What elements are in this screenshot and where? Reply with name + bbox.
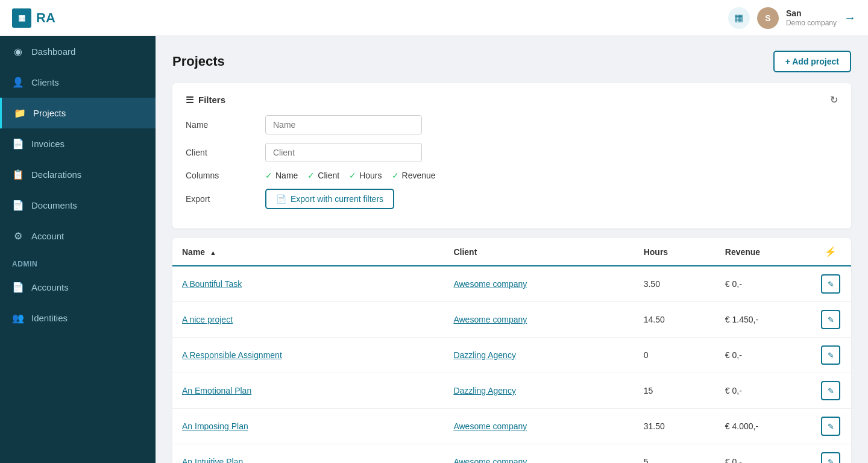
filter-row-columns: Columns ✓ Name ✓ Client ✓ Hours xyxy=(186,171,838,180)
company-icon[interactable]: ▦ xyxy=(728,7,750,29)
sidebar-label-dashboard: Dashboard xyxy=(31,46,75,57)
export-button[interactable]: 📄 Export with current filters xyxy=(265,189,394,209)
column-name-check[interactable]: ✓ Name xyxy=(265,171,298,180)
documents-icon: 📄 xyxy=(12,200,24,211)
sidebar-item-invoices[interactable]: 📄 Invoices xyxy=(0,128,156,159)
cell-client: Dazzling Agency xyxy=(444,338,634,373)
project-name-link[interactable]: A Responsible Assignment xyxy=(182,350,282,360)
project-name-link[interactable]: An Imposing Plan xyxy=(182,421,248,431)
dashboard-icon: ◉ xyxy=(12,46,24,57)
table-body: A Bountiful Task Awesome company 3.50 € … xyxy=(172,266,851,463)
column-client-label: Client xyxy=(318,171,339,180)
user-name: San xyxy=(786,8,837,19)
client-name-link[interactable]: Awesome company xyxy=(453,315,527,324)
declarations-icon: 📋 xyxy=(12,169,24,180)
projects-table-card: Name ▲ Client Hours Revenue ⚡ A Bountifu… xyxy=(172,238,851,463)
client-name-link[interactable]: Awesome company xyxy=(453,279,527,289)
edit-button[interactable]: ✎ xyxy=(821,381,840,400)
client-name-link[interactable]: Awesome company xyxy=(453,457,527,463)
table-row: An Emotional Plan Dazzling Agency 15 € 0… xyxy=(172,373,851,409)
sidebar-item-accounts[interactable]: 📄 Accounts xyxy=(0,272,156,303)
invoices-icon: 📄 xyxy=(12,138,24,150)
col-header-name[interactable]: Name ▲ xyxy=(172,238,444,266)
table-row: A nice project Awesome company 14.50 € 1… xyxy=(172,302,851,338)
col-header-action: ⚡ xyxy=(810,238,851,266)
projects-table: Name ▲ Client Hours Revenue ⚡ A Bountifu… xyxy=(172,238,851,463)
table-row: A Bountiful Task Awesome company 3.50 € … xyxy=(172,266,851,302)
check-client-icon: ✓ xyxy=(307,171,315,180)
cell-action: ✎ xyxy=(810,266,851,302)
cell-action: ✎ xyxy=(810,302,851,338)
avatar: S xyxy=(757,7,779,29)
name-input[interactable] xyxy=(265,115,422,134)
logout-icon[interactable]: → xyxy=(844,11,856,25)
filter-card: ☰ Filters ↻ Name Client Columns ✓ Name xyxy=(172,83,851,228)
cell-hours: 31.50 xyxy=(634,409,715,444)
accounts-icon: 📄 xyxy=(12,282,24,293)
client-name-link[interactable]: Dazzling Agency xyxy=(453,350,516,360)
cell-revenue: € 0,- xyxy=(715,266,811,302)
cell-revenue: € 4.000,- xyxy=(715,409,811,444)
sidebar-item-account[interactable]: ⚙ Account xyxy=(0,221,156,251)
client-name-link[interactable]: Dazzling Agency xyxy=(453,386,516,395)
check-hours-icon: ✓ xyxy=(349,171,356,180)
table-row: An Imposing Plan Awesome company 31.50 €… xyxy=(172,409,851,444)
add-project-button[interactable]: + Add project xyxy=(773,51,851,72)
filter-label-export: Export xyxy=(186,194,258,204)
edit-button[interactable]: ✎ xyxy=(821,310,840,329)
project-name-link[interactable]: An Emotional Plan xyxy=(182,386,251,395)
sidebar-label-accounts: Accounts xyxy=(31,282,69,292)
edit-button[interactable]: ✎ xyxy=(821,345,840,365)
user-company: Demo company xyxy=(786,19,837,28)
main-content: Projects + Add project ☰ Filters ↻ Name … xyxy=(156,36,868,463)
edit-button[interactable]: ✎ xyxy=(821,417,840,436)
sidebar-label-clients: Clients xyxy=(31,77,59,87)
export-icon: 📄 xyxy=(276,194,286,204)
table-row: A Responsible Assignment Dazzling Agency… xyxy=(172,338,851,373)
client-name-link[interactable]: Awesome company xyxy=(453,421,527,431)
sidebar-item-identities[interactable]: 👥 Identities xyxy=(0,303,156,333)
edit-button[interactable]: ✎ xyxy=(821,452,840,463)
bolt-icon: ⚡ xyxy=(825,247,837,257)
check-name-icon: ✓ xyxy=(265,171,272,180)
sidebar-item-documents[interactable]: 📄 Documents xyxy=(0,190,156,221)
edit-button[interactable]: ✎ xyxy=(821,274,840,294)
export-button-label: Export with current filters xyxy=(291,194,383,204)
filter-label-columns: Columns xyxy=(186,171,258,180)
refresh-icon[interactable]: ↻ xyxy=(830,94,838,106)
filter-row-client: Client xyxy=(186,143,838,162)
project-name-link[interactable]: A nice project xyxy=(182,315,233,324)
column-client-check[interactable]: ✓ Client xyxy=(307,171,339,180)
filter-icon: ☰ xyxy=(186,95,193,106)
column-revenue-check[interactable]: ✓ Revenue xyxy=(392,171,436,180)
sidebar-item-clients[interactable]: 👤 Clients xyxy=(0,67,156,98)
col-header-revenue: Revenue xyxy=(715,238,811,266)
project-name-link[interactable]: An Intuitive Plan xyxy=(182,457,243,463)
sidebar: ◉ Dashboard 👤 Clients 📁 Projects 📄 Invoi… xyxy=(0,36,156,463)
logo: ▦ RA xyxy=(12,8,55,28)
cell-action: ✎ xyxy=(810,373,851,409)
cell-name: An Imposing Plan xyxy=(172,409,444,444)
header-right: ▦ S San Demo company → xyxy=(728,7,856,29)
client-input[interactable] xyxy=(265,143,422,162)
cell-action: ✎ xyxy=(810,409,851,444)
project-name-link[interactable]: A Bountiful Task xyxy=(182,279,242,289)
table-head: Name ▲ Client Hours Revenue ⚡ xyxy=(172,238,851,266)
cell-hours: 14.50 xyxy=(634,302,715,338)
page-header: Projects + Add project xyxy=(172,51,851,72)
column-hours-label: Hours xyxy=(359,171,382,180)
column-hours-check[interactable]: ✓ Hours xyxy=(349,171,382,180)
col-header-client: Client xyxy=(444,238,634,266)
admin-section-label: Admin xyxy=(0,251,156,272)
filter-row-export: Export 📄 Export with current filters xyxy=(186,189,838,209)
filter-header: ☰ Filters ↻ xyxy=(186,94,838,106)
sidebar-item-dashboard[interactable]: ◉ Dashboard xyxy=(0,36,156,67)
col-header-hours: Hours xyxy=(634,238,715,266)
cell-hours: 0 xyxy=(634,338,715,373)
user-info: San Demo company xyxy=(786,8,837,28)
sidebar-item-projects[interactable]: 📁 Projects xyxy=(0,98,156,128)
cell-revenue: € 0,- xyxy=(715,373,811,409)
sidebar-item-declarations[interactable]: 📋 Declarations xyxy=(0,159,156,190)
sidebar-label-account: Account xyxy=(31,231,64,241)
cell-client: Awesome company xyxy=(444,266,634,302)
